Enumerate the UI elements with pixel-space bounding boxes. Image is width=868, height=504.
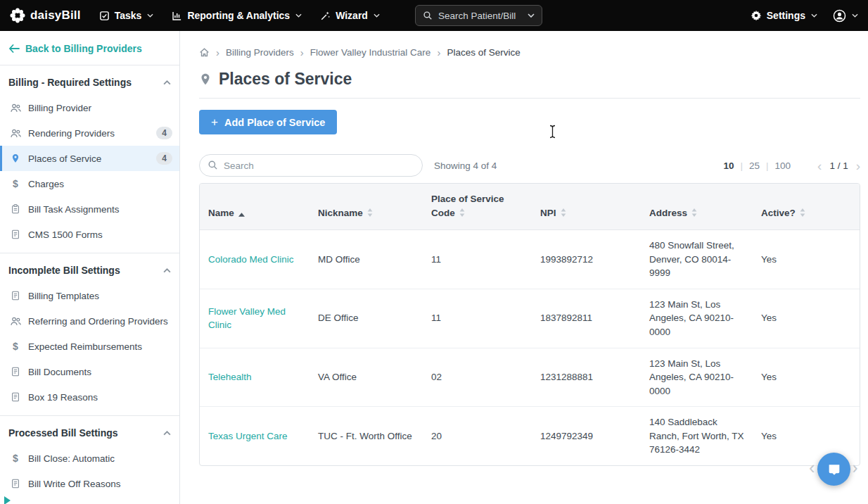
npi-cell: 1231288881 (532, 348, 641, 407)
section-header[interactable]: Processed Bill Settings (0, 419, 179, 446)
pager: ‹ 1 / 1 › (817, 159, 860, 172)
nickname-cell: TUC - Ft. Worth Office (309, 407, 423, 465)
add-place-of-service-button[interactable]: + Add Place of Service (199, 110, 337, 134)
chevron-down-icon (528, 13, 535, 18)
active-cell: Yes (753, 230, 860, 289)
sidebar-item-label: Bill Documents (28, 367, 91, 377)
npi-cell: 1249792349 (532, 407, 641, 465)
sidebar-item-expected-reimbursements[interactable]: $ Expected Reimbursements (0, 334, 179, 359)
column-header-nickname[interactable]: Nickname (309, 184, 423, 230)
section-billing-required-settings: Billing - Required Settings Billing Prov… (0, 65, 179, 253)
column-label: Place of Service Code (431, 194, 504, 218)
column-header-address[interactable]: Address (641, 184, 753, 230)
sidebar-item-bill-task-assignments[interactable]: Bill Task Assignments (0, 196, 179, 222)
document-icon (9, 290, 22, 301)
back-to-billing-providers-link[interactable]: Back to Billing Providers (0, 31, 179, 65)
nav-label: Reporting & Analytics (187, 10, 290, 21)
nav-label: Tasks (115, 10, 142, 21)
sidebar-item-box-19-reasons[interactable]: Box 19 Reasons (0, 384, 179, 410)
sidebar-item-label: Box 19 Reasons (28, 392, 98, 403)
app-window: daisyBill Tasks Reporting & Analytics (0, 0, 868, 504)
search-label: Search Patient/Bill (438, 11, 522, 21)
page-size-100[interactable]: 100 (775, 160, 791, 171)
sidebar-item-second-review-reasons[interactable]: Second Review Reasons (0, 496, 179, 504)
home-icon[interactable] (199, 47, 210, 58)
nav-reporting-analytics[interactable]: Reporting & Analytics (172, 10, 302, 21)
table-row: Telehealth VA Office 02 1231288881 123 M… (200, 348, 860, 407)
wizard-wand-icon (320, 11, 331, 21)
column-header-place-of-service-code[interactable]: Place of Service Code (423, 184, 532, 230)
document-icon (9, 366, 22, 377)
user-avatar-icon (833, 9, 846, 23)
page-size-25[interactable]: 25 (749, 160, 760, 171)
scroll-left-icon[interactable]: ‹ (809, 457, 815, 479)
account-menu[interactable] (833, 9, 858, 23)
sidebar-item-rendering-providers[interactable]: Rendering Providers 4 (0, 120, 179, 146)
sidebar-item-referring-ordering-providers[interactable]: Referring and Ordering Providers (0, 308, 179, 334)
place-of-service-link[interactable]: Texas Urgent Care (208, 431, 288, 441)
section-header[interactable]: Billing - Required Settings (0, 68, 179, 95)
sidebar-item-charges[interactable]: $ Charges (0, 171, 179, 196)
place-of-service-link[interactable]: Flower Valley Med Clinic (208, 306, 286, 331)
sidebar-item-bill-write-off-reasons[interactable]: Bill Write Off Reasons (0, 471, 179, 496)
address-cell: 123 Main St, Los Angeles, CA 90210-0000 (641, 348, 753, 407)
name-cell: Flower Valley Med Clinic (200, 289, 309, 348)
sidebar-item-bill-documents[interactable]: Bill Documents (0, 359, 179, 384)
name-cell: Telehealth (200, 348, 309, 407)
page-size-10[interactable]: 10 (723, 160, 734, 171)
document-icon (9, 478, 22, 489)
count-badge: 4 (156, 152, 172, 165)
topbar-right: Settings (751, 9, 858, 23)
next-page-icon[interactable]: › (856, 159, 860, 172)
brand-name: daisyBill (30, 8, 81, 23)
breadcrumb-billing-providers[interactable]: Billing Providers (226, 47, 294, 58)
sidebar-item-bill-close-automatic[interactable]: $ Bill Close: Automatic (0, 446, 179, 471)
people-icon (9, 103, 22, 113)
column-label: Active? (761, 208, 796, 218)
main-content: › Billing Providers › Flower Valley Indu… (180, 31, 868, 504)
previous-page-icon[interactable]: ‹ (817, 159, 822, 172)
sort-icon (691, 207, 697, 221)
column-header-npi[interactable]: NPI (532, 184, 641, 230)
address-cell: 123 Main St, Los Angeles, CA 90210-0000 (641, 289, 753, 348)
search-input[interactable] (199, 154, 423, 177)
section-incomplete-bill-settings: Incomplete Bill Settings Billing Templat… (0, 253, 179, 415)
sidebar-item-label: CMS 1500 Forms (28, 229, 103, 240)
patient-bill-search-button[interactable]: Search Patient/Bill (415, 5, 542, 26)
tasks-icon (99, 11, 110, 21)
page-indicator: 1 / 1 (829, 160, 848, 171)
sidebar-item-label: Bill Close: Automatic (28, 453, 115, 464)
sort-icon (367, 207, 373, 221)
place-of-service-link[interactable]: Colorado Med Clinic (208, 254, 294, 265)
sidebar-item-places-of-service[interactable]: Places of Service 4 (0, 146, 179, 171)
breadcrumb-separator: › (300, 46, 304, 58)
npi-cell: 1837892811 (532, 289, 641, 348)
sidebar-item-billing-templates[interactable]: Billing Templates (0, 283, 179, 308)
section-title: Processed Bill Settings (8, 427, 118, 439)
column-header-name[interactable]: Name (200, 184, 309, 230)
nav-tasks[interactable]: Tasks (99, 10, 154, 21)
place-of-service-link[interactable]: Telehealth (208, 372, 252, 382)
map-pin-icon (9, 153, 22, 164)
sidebar-item-billing-provider[interactable]: Billing Provider (0, 95, 179, 120)
table-toolbar: Showing 4 of 4 10 | 25 | 100 ‹ 1 / 1 (199, 154, 860, 177)
intercom-chat-button[interactable] (817, 453, 850, 486)
primary-nav: Tasks Reporting & Analytics Wizard (99, 10, 380, 21)
scroll-right-icon[interactable]: › (852, 457, 858, 479)
back-link-label: Back to Billing Providers (25, 43, 142, 54)
breadcrumb-separator: › (437, 46, 440, 58)
column-header-active[interactable]: Active? (753, 184, 860, 230)
sidebar-item-label: Places of Service (28, 153, 101, 164)
breadcrumb-flower-valley-industrial-care[interactable]: Flower Valley Industrial Care (310, 47, 431, 58)
sidebar-item-label: Bill Task Assignments (28, 204, 120, 215)
title-divider (199, 98, 860, 99)
brand-home-link[interactable]: daisyBill (10, 8, 81, 23)
settings-menu[interactable]: Settings (751, 10, 817, 21)
section-header[interactable]: Incomplete Bill Settings (0, 256, 179, 283)
table-row: Colorado Med Clinic MD Office 11 1993892… (200, 230, 860, 289)
pagination-controls: 10 | 25 | 100 ‹ 1 / 1 › (723, 159, 860, 172)
sidebar-item-cms-1500-forms[interactable]: CMS 1500 Forms (0, 222, 179, 247)
nav-wizard[interactable]: Wizard (320, 10, 380, 21)
nickname-cell: MD Office (309, 230, 423, 289)
active-cell: Yes (753, 348, 860, 407)
